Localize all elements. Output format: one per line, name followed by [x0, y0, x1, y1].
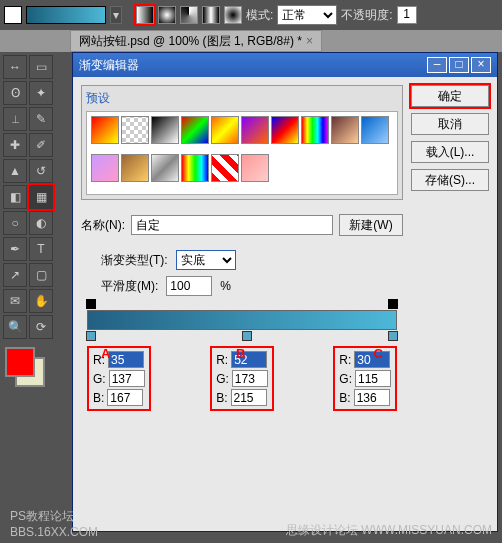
maximize-icon[interactable]: □ [449, 57, 469, 73]
lasso-tool-icon[interactable]: ʘ [3, 81, 27, 105]
smooth-input[interactable] [166, 276, 212, 296]
angle-gradient-icon[interactable] [180, 6, 198, 24]
marquee-tool-icon[interactable]: ▭ [29, 55, 53, 79]
gradient-editor-dialog: 渐变编辑器 – □ × 预设 [72, 52, 498, 532]
presets-label: 预设 [86, 90, 398, 107]
gradient-dropdown[interactable]: ▾ [110, 6, 122, 24]
rgb-group-a: R: G: B: [87, 346, 151, 411]
mode-label: 模式: [246, 7, 273, 24]
dodge-tool-icon[interactable]: ◐ [29, 211, 53, 235]
smooth-label: 平滑度(M): [101, 278, 158, 295]
r-input-a[interactable] [108, 351, 144, 368]
preset-swatch[interactable] [121, 154, 149, 182]
minimize-icon[interactable]: – [427, 57, 447, 73]
type-tool-icon[interactable]: T [29, 237, 53, 261]
pen-tool-icon[interactable]: ✒ [3, 237, 27, 261]
type-select[interactable]: 实底 [176, 250, 236, 270]
marker-c: C [374, 346, 383, 361]
options-bar: ▾ 模式: 正常 不透明度: 1 [0, 0, 502, 30]
b-input-b[interactable] [231, 389, 267, 406]
g-input-a[interactable] [109, 370, 145, 387]
zoom-tool-icon[interactable]: 🔍 [3, 315, 27, 339]
shape-tool-icon[interactable]: ▢ [29, 263, 53, 287]
preset-swatch[interactable] [121, 116, 149, 144]
color-stop[interactable] [242, 331, 252, 341]
move-tool-icon[interactable]: ↔ [3, 55, 27, 79]
color-swatches[interactable] [3, 345, 47, 389]
dialog-title: 渐变编辑器 [79, 57, 139, 74]
document-tabs: 网站按钮.psd @ 100% (图层 1, RGB/8#) * × [0, 30, 502, 52]
notes-tool-icon[interactable]: ✉ [3, 289, 27, 313]
close-tab-icon[interactable]: × [306, 34, 313, 48]
eyedropper-tool-icon[interactable]: ✎ [29, 107, 53, 131]
opacity-value[interactable]: 1 [397, 6, 417, 24]
load-button[interactable]: 载入(L)... [411, 141, 489, 163]
tab-title: 网站按钮.psd @ 100% (图层 1, RGB/8#) * [79, 33, 302, 50]
ok-button[interactable]: 确定 [411, 85, 489, 107]
preset-swatch[interactable] [211, 154, 239, 182]
blur-tool-icon[interactable]: ○ [3, 211, 27, 235]
dialog-titlebar[interactable]: 渐变编辑器 – □ × [73, 53, 497, 77]
name-input[interactable] [131, 215, 333, 235]
diamond-gradient-icon[interactable] [224, 6, 242, 24]
g-input-b[interactable] [232, 370, 268, 387]
marker-a: A [101, 346, 110, 361]
preset-swatch[interactable] [301, 116, 329, 144]
linear-gradient-icon[interactable] [136, 6, 154, 24]
color-stop[interactable] [388, 331, 398, 341]
preset-swatch[interactable] [241, 154, 269, 182]
presets-panel: 预设 [81, 85, 403, 200]
preset-swatch[interactable] [181, 154, 209, 182]
marker-b: B [236, 346, 245, 361]
preset-swatch[interactable] [211, 116, 239, 144]
opacity-label: 不透明度: [341, 7, 392, 24]
heal-tool-icon[interactable]: ✚ [3, 133, 27, 157]
cancel-button[interactable]: 取消 [411, 113, 489, 135]
gradient-bar[interactable] [87, 310, 397, 330]
preset-swatch[interactable] [181, 116, 209, 144]
document-tab[interactable]: 网站按钮.psd @ 100% (图层 1, RGB/8#) * × [70, 30, 322, 52]
mode-select[interactable]: 正常 [277, 5, 337, 25]
opacity-stop[interactable] [86, 299, 96, 309]
preset-swatch[interactable] [361, 116, 389, 144]
preset-grid[interactable] [86, 111, 398, 195]
percent-label: % [220, 279, 231, 293]
hand-tool-icon[interactable]: ✋ [29, 289, 53, 313]
preset-swatch[interactable] [151, 116, 179, 144]
preset-swatch[interactable] [91, 116, 119, 144]
preset-swatch[interactable] [91, 154, 119, 182]
wand-tool-icon[interactable]: ✦ [29, 81, 53, 105]
path-tool-icon[interactable]: ↗ [3, 263, 27, 287]
preset-swatch[interactable] [331, 116, 359, 144]
b-input-c[interactable] [354, 389, 390, 406]
gradient-preview[interactable] [26, 6, 106, 24]
close-icon[interactable]: × [471, 57, 491, 73]
watermark: PS教程论坛 BBS.16XX.COM 思缘设计论坛 WWW.MISSYUAN.… [0, 508, 502, 539]
gradient-tool-icon[interactable]: ▦ [29, 185, 53, 209]
save-button[interactable]: 存储(S)... [411, 169, 489, 191]
opacity-stop[interactable] [388, 299, 398, 309]
new-button[interactable]: 新建(W) [339, 214, 403, 236]
brush-tool-icon[interactable]: ✐ [29, 133, 53, 157]
reflected-gradient-icon[interactable] [202, 6, 220, 24]
rotate-tool-icon[interactable]: ⟳ [29, 315, 53, 339]
color-stop[interactable] [86, 331, 96, 341]
type-label: 渐变类型(T): [101, 252, 168, 269]
toolbox: ↔ ▭ ʘ ✦ ⟂ ✎ ✚ ✐ ▲ ↺ ◧ ▦ ○ ◐ ✒ T ↗ ▢ ✉ ✋ … [0, 52, 60, 392]
eraser-tool-icon[interactable]: ◧ [3, 185, 27, 209]
rgb-group-c: R: G: B: [333, 346, 397, 411]
b-input-a[interactable] [107, 389, 143, 406]
preset-swatch[interactable] [151, 154, 179, 182]
history-brush-icon[interactable]: ↺ [29, 159, 53, 183]
radial-gradient-icon[interactable] [158, 6, 176, 24]
preset-swatch[interactable] [241, 116, 269, 144]
name-label: 名称(N): [81, 217, 125, 234]
g-input-c[interactable] [355, 370, 391, 387]
crop-tool-icon[interactable]: ⟂ [3, 107, 27, 131]
foreground-color[interactable] [5, 347, 35, 377]
stamp-tool-icon[interactable]: ▲ [3, 159, 27, 183]
foreground-swatch[interactable] [4, 6, 22, 24]
r-input-c[interactable] [354, 351, 390, 368]
preset-swatch[interactable] [271, 116, 299, 144]
